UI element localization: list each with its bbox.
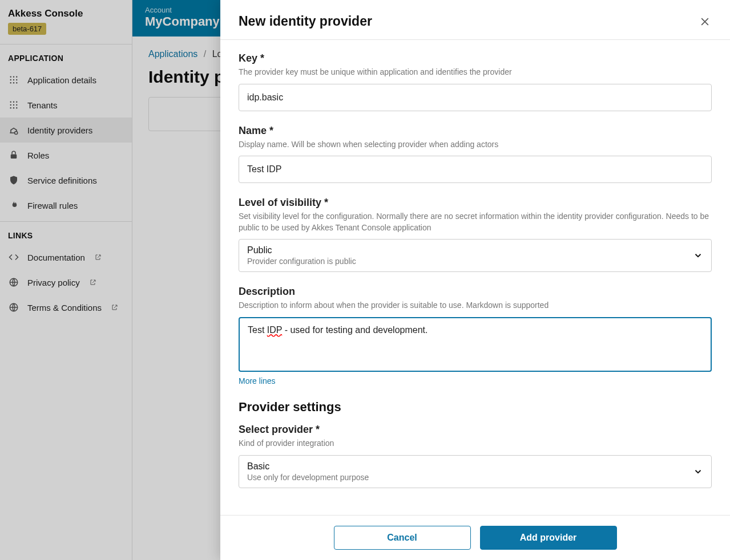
cancel-button[interactable]: Cancel: [334, 526, 471, 550]
close-icon: [699, 16, 711, 27]
field-description-label: Description: [239, 286, 712, 298]
modal-footer: Cancel Add provider: [220, 515, 730, 560]
field-select-provider-label: Select provider *: [239, 424, 712, 436]
new-idp-modal: New identity provider Key * The provider…: [220, 0, 730, 560]
field-name-label: Name *: [239, 125, 712, 137]
provider-settings-heading: Provider settings: [239, 400, 712, 415]
key-input[interactable]: [239, 84, 712, 111]
description-textarea[interactable]: Test IDP - used for testing and developm…: [239, 317, 712, 372]
name-input[interactable]: [239, 156, 712, 183]
field-visibility: Level of visibility * Set visibility lev…: [239, 197, 712, 272]
visibility-select[interactable]: Public Provider configuration is public: [239, 239, 712, 272]
provider-value: Basic: [247, 461, 369, 472]
chevron-down-icon: [693, 466, 703, 477]
visibility-sub: Provider configuration is public: [247, 257, 356, 266]
field-key: Key * The provider key must be unique wi…: [239, 52, 712, 111]
field-description: Description Description to inform about …: [239, 286, 712, 386]
field-description-help: Description to inform about when the pro…: [239, 300, 712, 311]
field-name: Name * Display name. Will be shown when …: [239, 125, 712, 184]
more-lines-link[interactable]: More lines: [239, 376, 276, 385]
visibility-value: Public: [247, 245, 356, 255]
chevron-down-icon: [693, 250, 703, 261]
provider-select[interactable]: Basic Use only for development purpose: [239, 455, 712, 488]
add-provider-button[interactable]: Add provider: [480, 526, 617, 550]
field-name-help: Display name. Will be shown when selecti…: [239, 139, 712, 151]
field-visibility-help: Set visibility level for the configurati…: [239, 211, 712, 233]
close-button[interactable]: [698, 15, 712, 29]
field-visibility-label: Level of visibility *: [239, 197, 712, 209]
field-key-label: Key *: [239, 52, 712, 64]
field-select-provider: Select provider * Kind of provider integ…: [239, 424, 712, 488]
modal-title: New identity provider: [239, 14, 372, 29]
field-key-help: The provider key must be unique within a…: [239, 67, 712, 78]
field-select-provider-help: Kind of provider integration: [239, 438, 712, 449]
provider-sub: Use only for development purpose: [247, 473, 369, 482]
